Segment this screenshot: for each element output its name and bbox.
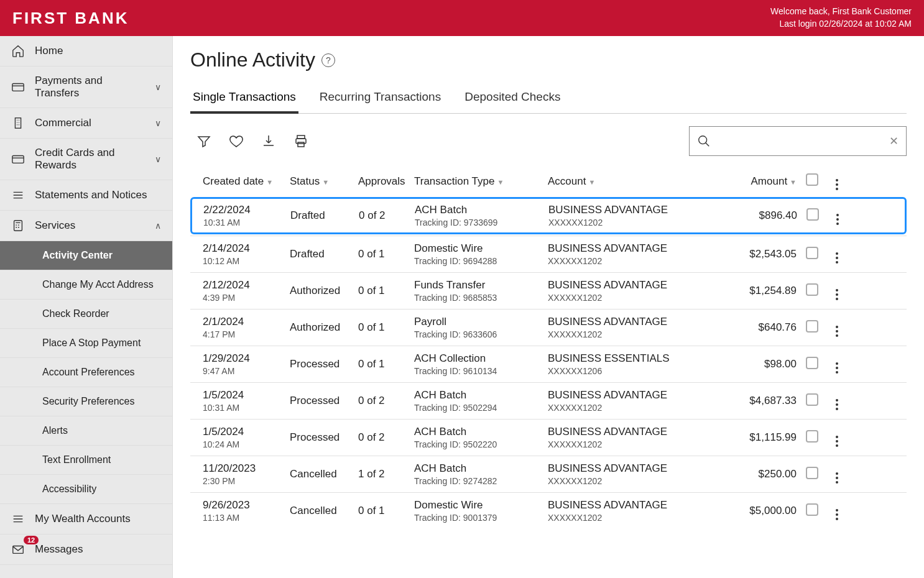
cell-menu[interactable] — [828, 502, 846, 520]
row-checkbox[interactable] — [806, 208, 819, 221]
cell-select[interactable] — [797, 283, 828, 299]
tab-recurring-transactions[interactable]: Recurring Transactions — [317, 83, 443, 113]
row-checkbox[interactable] — [806, 430, 818, 443]
kebab-icon[interactable] — [836, 436, 838, 447]
sub-item-activity-center[interactable]: Activity Center — [0, 241, 172, 270]
sub-item-text-enrollment[interactable]: Text Enrollment — [0, 446, 172, 475]
header-bar: FIRST BANK Welcome back, First Bank Cust… — [0, 0, 924, 36]
sub-item-account-preferences[interactable]: Account Preferences — [0, 358, 172, 387]
nav-item-payments-and-transfers[interactable]: Payments and Transfers ∨ — [0, 67, 172, 108]
col-approvals[interactable]: Approvals — [358, 175, 414, 188]
badge: 12 — [24, 536, 39, 544]
cell-select[interactable] — [797, 208, 828, 224]
cell-amount: $2,543.05 — [734, 248, 797, 260]
kebab-icon[interactable] — [836, 289, 838, 300]
row-checkbox[interactable] — [806, 393, 818, 406]
table-row[interactable]: 2/14/202410:12 AM Drafted 0 of 1 Domesti… — [190, 236, 907, 272]
cell-select[interactable] — [797, 357, 828, 372]
kebab-icon[interactable] — [836, 179, 838, 190]
cell-amount: $1,115.99 — [734, 431, 797, 444]
kebab-icon[interactable] — [836, 326, 838, 337]
tab-single-transactions[interactable]: Single Transactions — [190, 83, 298, 114]
table-row[interactable]: 9/26/202311:13 AM Cancelled 0 of 1 Domes… — [190, 492, 907, 529]
print-icon[interactable] — [293, 134, 308, 149]
table-row[interactable]: 11/20/20232:30 PM Cancelled 1 of 2 ACH B… — [190, 456, 907, 492]
row-checkbox[interactable] — [806, 283, 818, 296]
row-checkbox[interactable] — [806, 320, 818, 333]
cell-type: Domestic WireTracking ID: 9001379 — [414, 499, 548, 523]
table-row[interactable]: 2/1/20244:17 PM Authorized 0 of 1 Payrol… — [190, 309, 907, 346]
row-checkbox[interactable] — [806, 247, 818, 259]
kebab-icon[interactable] — [836, 362, 838, 374]
cell-approvals: 1 of 2 — [358, 468, 414, 480]
table-row[interactable]: 1/5/202410:31 AM Processed 0 of 2 ACH Ba… — [190, 382, 907, 419]
nav-item-commercial[interactable]: Commercial ∨ — [0, 108, 172, 139]
cell-menu[interactable] — [828, 392, 846, 410]
cell-amount: $896.40 — [735, 209, 797, 222]
col-amount[interactable]: Amount▼ — [734, 175, 797, 188]
cell-menu[interactable] — [828, 466, 846, 484]
nav-item-home[interactable]: Home — [0, 36, 172, 67]
cell-select[interactable] — [797, 320, 828, 336]
col-select-all[interactable] — [797, 173, 828, 189]
table-row[interactable]: 1/29/20249:47 AM Processed 0 of 1 ACH Co… — [190, 346, 907, 382]
cell-menu[interactable] — [828, 319, 846, 337]
cell-select[interactable] — [797, 503, 828, 519]
nav-item-messages[interactable]: Messages 12 — [0, 534, 172, 565]
table-row[interactable]: 1/5/202410:24 AM Processed 0 of 2 ACH Ba… — [190, 419, 907, 456]
kebab-icon[interactable] — [836, 214, 839, 225]
col-header-menu[interactable] — [828, 172, 846, 190]
select-all-checkbox[interactable] — [806, 173, 818, 186]
help-icon[interactable]: ? — [321, 53, 335, 67]
cell-menu[interactable] — [828, 429, 846, 447]
col-status[interactable]: Status▼ — [290, 175, 358, 188]
cell-menu[interactable] — [828, 245, 846, 264]
table-row[interactable]: 2/12/20244:39 PM Authorized 0 of 1 Funds… — [190, 272, 907, 309]
cell-select[interactable] — [797, 393, 828, 409]
search-box[interactable]: ✕ — [689, 126, 907, 156]
cell-menu[interactable] — [828, 282, 846, 300]
nav-label: Statements and Notices — [35, 189, 161, 201]
table-row[interactable]: 2/22/202410:31 AM Drafted 0 of 2 ACH Bat… — [190, 197, 907, 234]
nav-item-credit-cards-and-rewards[interactable]: Credit Cards and Rewards ∨ — [0, 139, 172, 180]
col-created-date[interactable]: Created date▼ — [203, 175, 290, 188]
lines-icon — [11, 188, 25, 202]
sub-item-alerts[interactable]: Alerts — [0, 416, 172, 446]
cell-approvals: 0 of 1 — [358, 505, 414, 517]
search-input[interactable] — [717, 136, 883, 147]
row-checkbox[interactable] — [806, 503, 818, 516]
cell-select[interactable] — [797, 430, 828, 446]
col-account[interactable]: Account▼ — [548, 175, 734, 188]
cell-select[interactable] — [797, 247, 828, 262]
cell-date: 1/5/202410:24 AM — [203, 426, 290, 449]
sub-item-place-a-stop-payment[interactable]: Place A Stop Payment — [0, 329, 172, 358]
nav-item-services[interactable]: Services ∧ — [0, 211, 172, 241]
cell-status: Processed — [290, 431, 358, 444]
cell-menu[interactable] — [828, 356, 846, 374]
sub-item-security-preferences[interactable]: Security Preferences — [0, 387, 172, 416]
card-icon — [11, 80, 25, 94]
sub-item-check-reorder[interactable]: Check Reorder — [0, 300, 172, 329]
row-checkbox[interactable] — [806, 357, 818, 369]
row-checkbox[interactable] — [806, 467, 818, 479]
kebab-icon[interactable] — [836, 472, 838, 484]
tool-icons — [190, 134, 308, 149]
sub-item-change-my-acct-address[interactable]: Change My Acct Address — [0, 270, 172, 300]
kebab-icon[interactable] — [836, 399, 838, 410]
cell-select[interactable] — [797, 467, 828, 482]
cell-account: BUSINESS ADVANTAGEXXXXXX1202 — [548, 204, 735, 227]
clear-search-icon[interactable]: ✕ — [889, 134, 899, 148]
calc-icon — [11, 219, 25, 232]
filter-icon[interactable] — [196, 134, 211, 149]
tab-deposited-checks[interactable]: Deposited Checks — [462, 83, 563, 113]
cell-date: 2/12/20244:39 PM — [203, 279, 290, 303]
favorite-icon[interactable] — [229, 134, 244, 149]
cell-menu[interactable] — [828, 207, 847, 225]
nav-item-statements-and-notices[interactable]: Statements and Notices — [0, 180, 172, 211]
nav-item-my-wealth-accounts[interactable]: My Wealth Accounts — [0, 504, 172, 534]
download-icon[interactable] — [261, 134, 276, 149]
kebab-icon[interactable] — [836, 509, 838, 520]
sub-item-accessibility[interactable]: Accessibility — [0, 475, 172, 504]
col-transaction-type[interactable]: Transaction Type▼ — [414, 175, 548, 188]
kebab-icon[interactable] — [836, 252, 838, 264]
